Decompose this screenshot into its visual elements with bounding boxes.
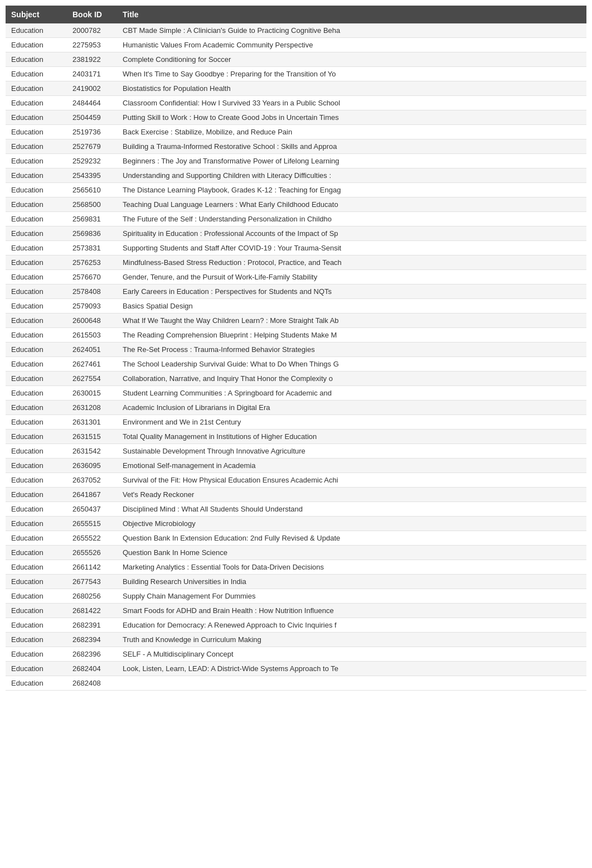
cell-title: Putting Skill to Work : How to Create Go… bbox=[117, 110, 586, 125]
table-row: Education2403171When It's Time to Say Go… bbox=[6, 67, 586, 81]
cell-bookid: 2565610 bbox=[67, 183, 117, 197]
cell-subject: Education bbox=[6, 212, 67, 226]
table-row: Education2615503The Reading Comprehensio… bbox=[6, 328, 586, 343]
cell-subject: Education bbox=[6, 647, 67, 662]
cell-subject: Education bbox=[6, 604, 67, 618]
table-row: Education2504459Putting Skill to Work : … bbox=[6, 110, 586, 125]
cell-bookid: 2600648 bbox=[67, 314, 117, 328]
cell-title: Question Bank In Extension Education: 2n… bbox=[117, 531, 586, 546]
cell-bookid: 2661142 bbox=[67, 560, 117, 575]
table-row: Education2650437Disciplined Mind : What … bbox=[6, 502, 586, 517]
cell-title: Spirituality in Education : Professional… bbox=[117, 226, 586, 241]
cell-subject: Education bbox=[6, 139, 67, 154]
cell-subject: Education bbox=[6, 154, 67, 168]
cell-subject: Education bbox=[6, 67, 67, 81]
table-row: Education2637052Survival of the Fit: How… bbox=[6, 473, 586, 488]
table-row: Education2578408Early Careers in Educati… bbox=[6, 284, 586, 299]
table-row: Education2680256Supply Chain Management … bbox=[6, 589, 586, 604]
cell-subject: Education bbox=[6, 314, 67, 328]
cell-title: Building a Trauma-Informed Restorative S… bbox=[117, 139, 586, 154]
table-row: Education2576253Mindfulness-Based Stress… bbox=[6, 255, 586, 270]
cell-subject: Education bbox=[6, 38, 67, 52]
cell-title: Back Exercise : Stabilize, Mobilize, and… bbox=[117, 125, 586, 139]
table-row: Education2565610The Distance Learning Pl… bbox=[6, 183, 586, 197]
cell-title: Understanding and Supporting Children wi… bbox=[117, 168, 586, 183]
cell-subject: Education bbox=[6, 284, 67, 299]
table-row: Education2529232Beginners : The Joy and … bbox=[6, 154, 586, 168]
table-row: Education2527679Building a Trauma-Inform… bbox=[6, 139, 586, 154]
cell-bookid: 2682396 bbox=[67, 647, 117, 662]
table-row: Education2655526Question Bank In Home Sc… bbox=[6, 546, 586, 560]
table-row: Education2419002Biostatistics for Popula… bbox=[6, 81, 586, 96]
cell-subject: Education bbox=[6, 531, 67, 546]
table-row: Education2631208Academic Inclusion of Li… bbox=[6, 401, 586, 415]
cell-subject: Education bbox=[6, 676, 67, 691]
cell-title: The Distance Learning Playbook, Grades K… bbox=[117, 183, 586, 197]
cell-title: Objective Microbiology bbox=[117, 517, 586, 531]
cell-title: The Re-Set Process : Trauma-Informed Beh… bbox=[117, 343, 586, 357]
table-row: Education2573831Supporting Students and … bbox=[6, 241, 586, 255]
cell-title: Complete Conditioning for Soccer bbox=[117, 52, 586, 67]
cell-bookid: 2484464 bbox=[67, 96, 117, 110]
cell-bookid: 2569831 bbox=[67, 212, 117, 226]
cell-title: The School Leadership Survival Guide: Wh… bbox=[117, 357, 586, 372]
cell-title: Vet's Ready Reckoner bbox=[117, 488, 586, 502]
cell-subject: Education bbox=[6, 372, 67, 386]
cell-bookid: 2624051 bbox=[67, 343, 117, 357]
cell-bookid: 2000782 bbox=[67, 23, 117, 38]
cell-title: Classroom Confidential: How I Survived 3… bbox=[117, 96, 586, 110]
cell-bookid: 2650437 bbox=[67, 502, 117, 517]
table-row: Education2631301Environment and We in 21… bbox=[6, 415, 586, 430]
table-row: Education2519736Back Exercise : Stabiliz… bbox=[6, 125, 586, 139]
cell-subject: Education bbox=[6, 328, 67, 343]
cell-subject: Education bbox=[6, 241, 67, 255]
cell-bookid: 2504459 bbox=[67, 110, 117, 125]
table-row: Education2677543Building Research Univer… bbox=[6, 575, 586, 589]
cell-title: Smart Foods for ADHD and Brain Health : … bbox=[117, 604, 586, 618]
cell-title: Teaching Dual Language Learners : What E… bbox=[117, 197, 586, 212]
cell-bookid: 2682408 bbox=[67, 676, 117, 691]
cell-subject: Education bbox=[6, 183, 67, 197]
table-row: Education2000782CBT Made Simple : A Clin… bbox=[6, 23, 586, 38]
cell-subject: Education bbox=[6, 473, 67, 488]
cell-title: When It's Time to Say Goodbye : Preparin… bbox=[117, 67, 586, 81]
cell-bookid: 2681422 bbox=[67, 604, 117, 618]
cell-subject: Education bbox=[6, 618, 67, 633]
table-row: Education2682404Look, Listen, Learn, LEA… bbox=[6, 662, 586, 676]
books-table: Subject Book ID Title Education2000782CB… bbox=[6, 6, 586, 691]
table-row: Education2631515Total Quality Management… bbox=[6, 430, 586, 444]
cell-subject: Education bbox=[6, 560, 67, 575]
cell-bookid: 2631301 bbox=[67, 415, 117, 430]
table-row: Education2627554Collaboration, Narrative… bbox=[6, 372, 586, 386]
cell-subject: Education bbox=[6, 633, 67, 647]
cell-subject: Education bbox=[6, 96, 67, 110]
cell-subject: Education bbox=[6, 23, 67, 38]
cell-bookid: 2637052 bbox=[67, 473, 117, 488]
cell-subject: Education bbox=[6, 226, 67, 241]
table-row: Education2682394Truth and Knowledge in C… bbox=[6, 633, 586, 647]
cell-subject: Education bbox=[6, 662, 67, 676]
cell-subject: Education bbox=[6, 343, 67, 357]
cell-subject: Education bbox=[6, 401, 67, 415]
cell-title: Total Quality Management in Institutions… bbox=[117, 430, 586, 444]
cell-bookid: 2275953 bbox=[67, 38, 117, 52]
cell-bookid: 2573831 bbox=[67, 241, 117, 255]
cell-bookid: 2527679 bbox=[67, 139, 117, 154]
cell-bookid: 2519736 bbox=[67, 125, 117, 139]
table-row: Education2600648What If We Taught the Wa… bbox=[6, 314, 586, 328]
cell-bookid: 2631542 bbox=[67, 444, 117, 459]
table-row: Education2543395Understanding and Suppor… bbox=[6, 168, 586, 183]
cell-title: Truth and Knowledge in Curriculum Making bbox=[117, 633, 586, 647]
cell-bookid: 2630015 bbox=[67, 386, 117, 401]
table-row: Education2484464Classroom Confidential: … bbox=[6, 96, 586, 110]
cell-title: Biostatistics for Population Health bbox=[117, 81, 586, 96]
cell-title: Disciplined Mind : What All Students Sho… bbox=[117, 502, 586, 517]
table-body: Education2000782CBT Made Simple : A Clin… bbox=[6, 23, 586, 691]
cell-title: Look, Listen, Learn, LEAD: A District-Wi… bbox=[117, 662, 586, 676]
cell-title: What If We Taught the Way Children Learn… bbox=[117, 314, 586, 328]
cell-bookid: 2655526 bbox=[67, 546, 117, 560]
cell-title: Student Learning Communities : A Springb… bbox=[117, 386, 586, 401]
cell-subject: Education bbox=[6, 357, 67, 372]
table-row: Education2569836Spirituality in Educatio… bbox=[6, 226, 586, 241]
cell-bookid: 2578408 bbox=[67, 284, 117, 299]
